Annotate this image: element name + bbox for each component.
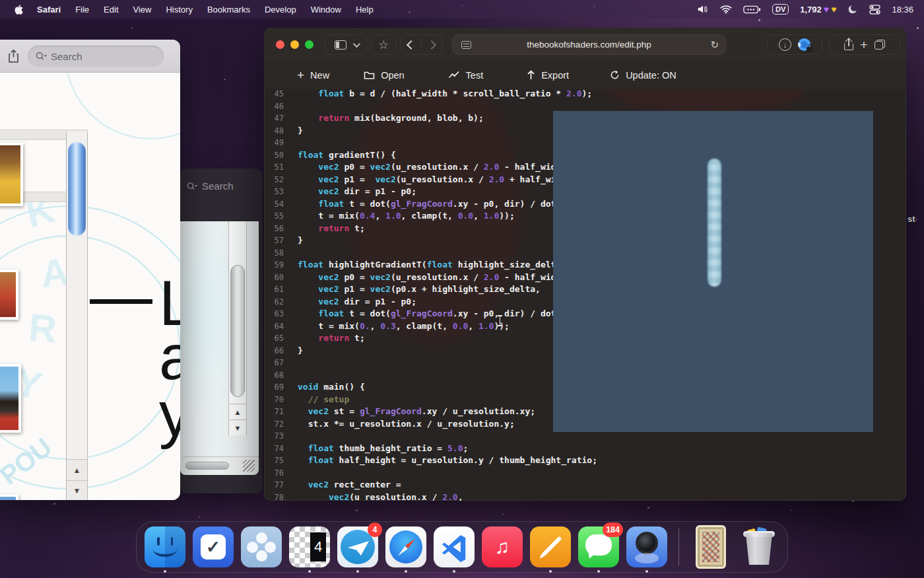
gray-scroll-down[interactable]: ▼: [229, 419, 246, 435]
notification-badge: 184: [603, 523, 623, 537]
clock[interactable]: 18:36: [892, 5, 913, 15]
open-button[interactable]: Open: [364, 70, 404, 81]
dock-vscode[interactable]: [434, 526, 475, 567]
dock-finder[interactable]: [145, 526, 185, 567]
wifi-icon[interactable]: [720, 5, 732, 14]
dock-telegram[interactable]: 4: [337, 526, 378, 567]
code-line[interactable]: 76: [264, 467, 906, 480]
code-line[interactable]: 74 float thumb_height_ratio = 5.0;: [264, 443, 906, 455]
winB-search-label: Search: [202, 180, 234, 192]
apple-menu-icon[interactable]: [13, 4, 23, 15]
menu-safari[interactable]: Safari: [30, 5, 68, 15]
winB-hscroll-thumb[interactable]: [185, 462, 229, 470]
scroll-down-arrow[interactable]: ▼: [67, 480, 87, 500]
gray-scrollbar-thumb[interactable]: [230, 265, 245, 397]
line-number: 54: [264, 198, 284, 211]
aqua-scrollbar[interactable]: ▲ ▼: [66, 131, 88, 500]
battery-icon[interactable]: [743, 5, 761, 14]
winA-search-field[interactable]: Search: [28, 46, 164, 67]
plus-icon: +: [297, 68, 304, 83]
menu-develop[interactable]: Develop: [257, 5, 304, 15]
address-bar[interactable]: thebookofshaders.com/edit.php ↻: [452, 34, 726, 55]
code-line[interactable]: 75 float half_height = u_resolution.y / …: [264, 454, 906, 467]
sidebar-control[interactable]: [325, 34, 368, 55]
code-line[interactable]: 45 float b = d / (half_width * scroll_ba…: [264, 88, 906, 100]
minimize-button[interactable]: [290, 40, 299, 49]
line-number: 53: [264, 186, 284, 198]
update-toggle[interactable]: Update: ON: [610, 70, 676, 81]
resize-grip-icon[interactable]: [243, 460, 255, 472]
downloads-extensions-group: ↓: [767, 34, 822, 55]
gold-heart-icon: ♥: [831, 4, 836, 15]
aqua-scrollbar-thumb[interactable]: [68, 142, 86, 236]
safari-window[interactable]: ☆ thebookofshaders.com/edit.php ↻ ↓ +: [264, 28, 906, 501]
gray-scroll-up[interactable]: ▲: [229, 404, 246, 419]
winA-content: KARY POU ▲ ▼: [0, 73, 180, 500]
aqua-scrollbar-arrows: ▲ ▼: [67, 459, 87, 500]
code-line[interactable]: 77 vec2 rect_center =: [264, 479, 906, 491]
menu-help[interactable]: Help: [348, 5, 381, 15]
new-tab-icon[interactable]: +: [860, 38, 868, 52]
menu-bar: SafariFileEditViewHistoryBookmarksDevelo…: [0, 0, 924, 18]
menu-history[interactable]: History: [158, 5, 199, 15]
dock-pages[interactable]: [530, 526, 571, 567]
menu-edit[interactable]: Edit: [96, 5, 125, 15]
dock-tarot-card[interactable]: [690, 526, 731, 567]
downloads-icon[interactable]: ↓: [779, 38, 791, 51]
dock-messages[interactable]: 184: [578, 526, 619, 567]
new-button[interactable]: + New: [297, 68, 329, 83]
counter-value: 1,792: [800, 5, 822, 15]
code-line[interactable]: 78 vec2(u_resolution.x / 2.0,: [264, 491, 906, 501]
dock-safari[interactable]: [385, 526, 426, 567]
favorites-button[interactable]: ☆: [371, 34, 396, 55]
line-number: 56: [264, 223, 284, 235]
back-icon[interactable]: [406, 40, 415, 49]
winB-search-field[interactable]: Search: [187, 180, 234, 192]
share-icon[interactable]: [844, 39, 853, 50]
gray-scrollbar[interactable]: ▲ ▼: [228, 221, 247, 435]
line-number: 69: [264, 381, 284, 394]
photo-thumbnail-3[interactable]: [0, 364, 21, 433]
new-label: New: [310, 70, 329, 81]
shader-preview-canvas[interactable]: [553, 111, 873, 432]
dock-music[interactable]: ♫: [482, 526, 523, 567]
focus-moon-icon[interactable]: [847, 4, 858, 15]
background-window-photos[interactable]: Search KARY POU: [0, 40, 180, 500]
line-number: 63: [264, 308, 284, 320]
close-button[interactable]: [276, 40, 284, 49]
document-dash: [90, 299, 152, 304]
photo-thumbnail-1[interactable]: [0, 143, 23, 206]
background-window-dark[interactable]: Search ▲ ▼: [180, 168, 263, 493]
control-center-icon[interactable]: [869, 5, 880, 15]
winB-horizontal-scrollbar[interactable]: [183, 456, 259, 474]
volume-icon[interactable]: [697, 5, 709, 14]
photo-thumbnail-2[interactable]: [0, 270, 18, 320]
star-icon: ☆: [378, 38, 389, 52]
dock-lens[interactable]: [626, 526, 667, 567]
photo-thumbnail-4[interactable]: [0, 494, 18, 500]
export-label: Export: [541, 70, 569, 81]
running-indicator: [405, 570, 407, 573]
dock-trash[interactable]: [739, 526, 779, 567]
menu-view[interactable]: View: [126, 5, 159, 15]
hearts-counter[interactable]: 1,792 ♥ ♥: [800, 4, 836, 15]
share-icon[interactable]: [3, 46, 24, 67]
export-button[interactable]: Export: [527, 70, 569, 81]
extension-icon[interactable]: [798, 38, 810, 51]
reload-icon[interactable]: ↻: [710, 39, 719, 51]
menu-bookmarks[interactable]: Bookmarks: [200, 5, 257, 15]
page-settings-icon[interactable]: [461, 41, 471, 49]
menu-file[interactable]: File: [68, 5, 96, 15]
zoom-button[interactable]: [305, 40, 314, 49]
dock-clover[interactable]: [241, 526, 282, 567]
forward-icon[interactable]: [426, 40, 436, 49]
line-number: 47: [264, 112, 284, 125]
tab-overview-icon[interactable]: [874, 40, 885, 50]
line-number: 57: [264, 235, 284, 247]
menu-window[interactable]: Window: [304, 5, 348, 15]
dock-things[interactable]: ✓: [193, 526, 234, 567]
dv-status-badge[interactable]: DV: [772, 4, 789, 15]
dock-checkers[interactable]: 4: [289, 526, 330, 567]
test-button[interactable]: Test: [448, 70, 484, 81]
scroll-up-arrow[interactable]: ▲: [67, 460, 87, 480]
